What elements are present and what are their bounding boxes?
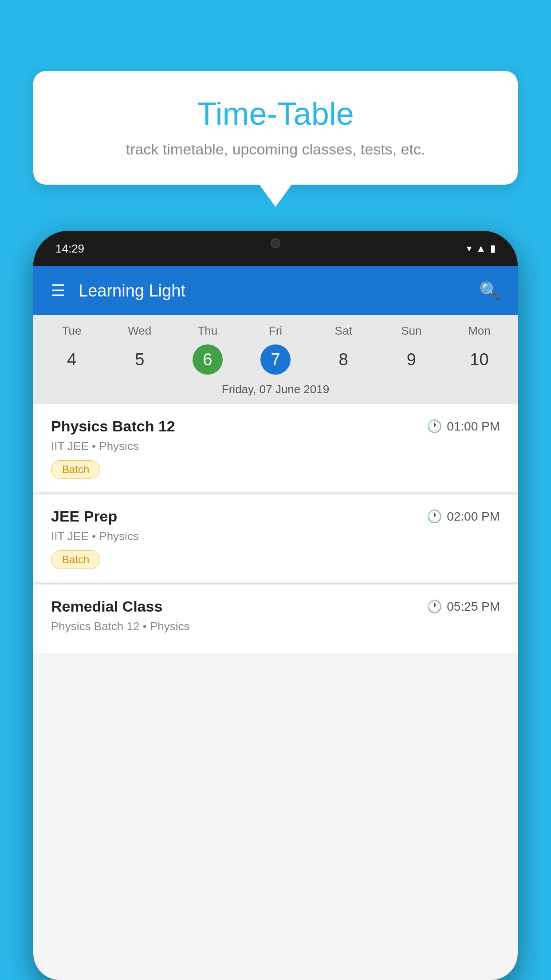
day-header-mon: Mon: [445, 324, 513, 344]
day-header-wed: Wed: [106, 324, 173, 344]
class-detail-2: IIT JEE • Physics: [51, 530, 500, 543]
class-item-2-header: JEE Prep 🕐 02:00 PM: [51, 508, 500, 525]
clock-icon-3: 🕐: [427, 599, 442, 614]
phone-status-bar: 14:29 ▾ ▲ ▮: [33, 231, 518, 266]
class-item-1-header: Physics Batch 12 🕐 01:00 PM: [51, 418, 500, 435]
app-title: Learning Light: [79, 281, 479, 300]
signal-icon: ▲: [476, 243, 486, 254]
day-header-sat: Sat: [310, 324, 378, 344]
phone-frame: 14:29 ▾ ▲ ▮ ☰ Learning Light 🔍 Tue Wed T…: [33, 231, 518, 980]
day-5[interactable]: 5: [106, 344, 173, 375]
class-time-2: 🕐 02:00 PM: [427, 509, 500, 524]
clock-icon-2: 🕐: [427, 509, 442, 524]
day-6-today[interactable]: 6: [193, 344, 223, 375]
selected-date-label: Friday, 07 June 2019: [33, 375, 518, 404]
class-item-1[interactable]: Physics Batch 12 🕐 01:00 PM IIT JEE • Ph…: [33, 404, 518, 492]
class-list: Physics Batch 12 🕐 01:00 PM IIT JEE • Ph…: [33, 404, 518, 655]
day-header-tue: Tue: [38, 324, 106, 344]
class-name-3: Remedial Class: [51, 598, 162, 615]
clock-icon-1: 🕐: [427, 419, 442, 434]
calendar-strip: Tue Wed Thu Fri Sat Sun Mon 4 5 6 7 8 9 …: [33, 315, 518, 404]
bubble-title: Time-Table: [60, 95, 491, 132]
day-numbers: 4 5 6 7 8 9 10: [33, 344, 518, 375]
wifi-icon: ▾: [467, 243, 472, 254]
day-headers: Tue Wed Thu Fri Sat Sun Mon: [33, 324, 518, 344]
class-time-text-3: 05:25 PM: [447, 600, 500, 614]
batch-badge-2: Batch: [51, 550, 100, 569]
status-icons: ▾ ▲ ▮: [467, 243, 496, 254]
day-9[interactable]: 9: [378, 344, 445, 375]
day-10[interactable]: 10: [445, 344, 513, 375]
bubble-subtitle: track timetable, upcoming classes, tests…: [60, 141, 491, 158]
status-time: 14:29: [55, 242, 84, 256]
class-name-1: Physics Batch 12: [51, 418, 175, 435]
app-bar: ☰ Learning Light 🔍: [33, 266, 518, 315]
battery-icon: ▮: [490, 243, 496, 254]
class-time-1: 🕐 01:00 PM: [427, 419, 500, 434]
phone-notch: [244, 231, 307, 255]
class-time-3: 🕐 05:25 PM: [427, 599, 500, 614]
class-time-text-1: 01:00 PM: [447, 419, 500, 434]
day-4[interactable]: 4: [38, 344, 106, 375]
class-item-3-header: Remedial Class 🕐 05:25 PM: [51, 598, 500, 615]
class-detail-1: IIT JEE • Physics: [51, 439, 500, 453]
day-header-sun: Sun: [378, 324, 445, 344]
day-header-thu: Thu: [173, 324, 241, 344]
class-detail-3: Physics Batch 12 • Physics: [51, 620, 500, 633]
batch-badge-1: Batch: [51, 460, 100, 479]
class-item-3[interactable]: Remedial Class 🕐 05:25 PM Physics Batch …: [33, 585, 518, 653]
class-item-2[interactable]: JEE Prep 🕐 02:00 PM IIT JEE • Physics Ba…: [33, 494, 518, 582]
hamburger-icon[interactable]: ☰: [51, 281, 65, 300]
speech-bubble: Time-Table track timetable, upcoming cla…: [33, 71, 518, 185]
class-time-text-2: 02:00 PM: [447, 510, 500, 524]
class-name-2: JEE Prep: [51, 508, 117, 525]
day-7-selected[interactable]: 7: [260, 344, 291, 375]
day-8[interactable]: 8: [310, 344, 378, 375]
phone-screen: ☰ Learning Light 🔍 Tue Wed Thu Fri Sat S…: [33, 266, 518, 980]
camera-dot: [271, 238, 280, 248]
day-header-fri: Fri: [241, 324, 309, 344]
search-icon[interactable]: 🔍: [479, 281, 500, 300]
